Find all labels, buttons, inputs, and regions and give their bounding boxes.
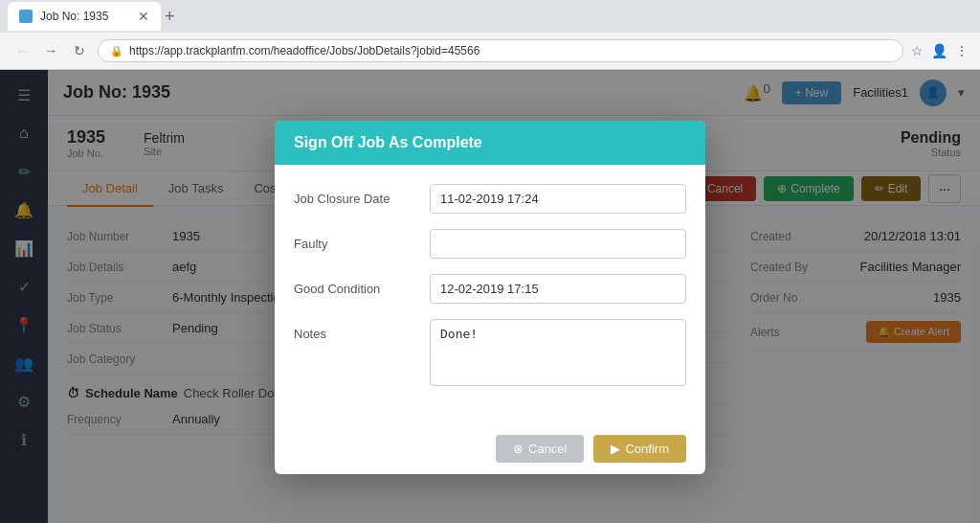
url-text: https://app.trackplanfm.com/headoffice/J…: [129, 44, 479, 57]
modal-confirm-button[interactable]: ▶ Confirm: [593, 435, 686, 463]
notes-textarea[interactable]: [430, 319, 686, 386]
profile-icon[interactable]: 👤: [931, 43, 947, 58]
modal-field-closure-date: Job Closure Date: [294, 184, 686, 214]
lock-icon: 🔒: [110, 45, 123, 57]
notes-label: Notes: [294, 319, 418, 341]
modal-overlay: Sign Off Job As Complete Job Closure Dat…: [0, 70, 980, 523]
tab-bar: Job No: 1935 ✕ +: [0, 0, 980, 33]
notes-input-wrapper: [430, 319, 686, 389]
forward-btn[interactable]: →: [40, 40, 61, 61]
app-container: ☰ ⌂ ✏ 🔔 📊 ✓ 📍 👥 ⚙ ℹ Job No: 1935 🔔0 + Ne…: [0, 70, 980, 523]
modal-body: Job Closure Date Faulty Good Condition: [275, 165, 705, 423]
tab-close-btn[interactable]: ✕: [138, 9, 149, 24]
faulty-modal-input[interactable]: [430, 229, 686, 259]
closure-date-input[interactable]: [430, 184, 686, 214]
address-bar: ← → ↻ 🔒 https://app.trackplanfm.com/head…: [0, 33, 980, 69]
browser-tab[interactable]: Job No: 1935 ✕: [8, 2, 161, 31]
url-bar[interactable]: 🔒 https://app.trackplanfm.com/headoffice…: [98, 39, 903, 62]
sign-off-modal: Sign Off Job As Complete Job Closure Dat…: [275, 121, 705, 474]
faulty-input-wrapper: [430, 229, 686, 259]
modal-title: Sign Off Job As Complete: [294, 134, 482, 150]
closure-date-label: Job Closure Date: [294, 184, 418, 206]
good-condition-modal-label: Good Condition: [294, 274, 418, 296]
tab-favicon: [19, 10, 33, 23]
modal-footer: ⊗ Cancel ▶ Confirm: [275, 423, 705, 474]
modal-confirm-icon: ▶: [611, 442, 620, 456]
browser-chrome: Job No: 1935 ✕ + ← → ↻ 🔒 https://app.tra…: [0, 0, 980, 70]
tab-title: Job No: 1935: [40, 10, 108, 23]
bookmark-icon[interactable]: ☆: [911, 43, 924, 58]
modal-field-notes: Notes: [294, 319, 686, 389]
closure-date-input-wrapper: [430, 184, 686, 214]
good-condition-input-wrapper: [430, 274, 686, 304]
faulty-modal-label: Faulty: [294, 229, 418, 251]
reload-btn[interactable]: ↻: [69, 40, 90, 61]
good-condition-modal-input[interactable]: [430, 274, 686, 304]
modal-field-good-condition: Good Condition: [294, 274, 686, 304]
new-tab-btn[interactable]: +: [165, 8, 175, 25]
back-btn[interactable]: ←: [11, 40, 33, 61]
modal-header: Sign Off Job As Complete: [275, 121, 705, 165]
modal-field-faulty: Faulty: [294, 229, 686, 259]
modal-cancel-button[interactable]: ⊗ Cancel: [496, 435, 584, 463]
modal-cancel-icon: ⊗: [513, 442, 523, 456]
menu-icon[interactable]: ⋮: [955, 43, 969, 58]
